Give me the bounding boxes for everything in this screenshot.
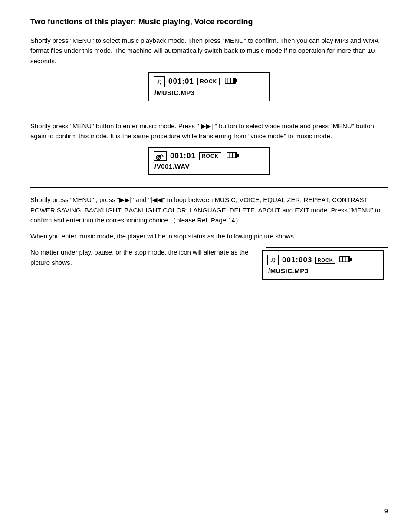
- battery-icon-2: [227, 152, 239, 161]
- svg-rect-16: [345, 257, 348, 262]
- display-3: ♫ 001:003 ROCK /MUSIC.MP3: [262, 250, 384, 280]
- display-1-eq: ROCK: [197, 78, 220, 85]
- bottom-text: No matter under play, pause, or the stop…: [30, 247, 253, 268]
- bottom-flex: No matter under play, pause, or the stop…: [30, 247, 388, 280]
- page-number: 9: [384, 507, 388, 515]
- voice-icon-2: [154, 151, 167, 161]
- svg-rect-1: [236, 79, 237, 82]
- title-divider: [30, 29, 388, 29]
- svg-rect-14: [340, 257, 342, 262]
- section-3-text1: Shortly press "MENU" , press "▶▶|" and "…: [30, 195, 388, 225]
- section-3-text2: When you enter music mode, the player wi…: [30, 231, 388, 241]
- display-2-eq: ROCK: [199, 152, 221, 160]
- display-2: 001:01 ROCK /V001.WAV: [148, 147, 270, 175]
- section-divider-2: [30, 187, 388, 188]
- svg-rect-15: [343, 257, 345, 262]
- svg-rect-2: [226, 78, 228, 83]
- connector-area: ♫ 001:003 ROCK /MUSIC.MP3: [262, 247, 388, 280]
- section-3: Shortly press "MENU" , press "▶▶|" and "…: [30, 195, 388, 280]
- section-divider-1: [30, 114, 388, 114]
- display-2-filename: /V001.WAV: [154, 163, 263, 170]
- battery-icon-3: [339, 256, 352, 264]
- svg-rect-3: [228, 78, 230, 83]
- section-1-text: Shortly press "MENU" to select music pla…: [30, 36, 388, 66]
- display-1-row1: ♫ 001:01 ROCK: [154, 76, 263, 87]
- svg-rect-13: [350, 258, 352, 261]
- display-1-filename: /MUSIC.MP3: [154, 89, 263, 96]
- display-1: ♫ 001:01 ROCK /MUSIC.MP3: [148, 72, 270, 101]
- display-1-wrapper: ♫ 001:01 ROCK /MUSIC.MP3: [30, 72, 388, 101]
- svg-rect-9: [227, 153, 230, 157]
- display-2-row1: 001:01 ROCK: [154, 151, 263, 161]
- svg-rect-4: [231, 78, 233, 83]
- battery-icon-1: [225, 77, 237, 86]
- bottom-text-col: No matter under play, pause, or the stop…: [30, 247, 253, 268]
- section-2-text: Shortly press "MENU" button to enter mus…: [30, 121, 388, 141]
- display-2-wrapper: 001:01 ROCK /V001.WAV: [30, 147, 388, 175]
- display-2-time: 001:01: [170, 152, 196, 160]
- connector-line: [266, 247, 388, 248]
- display-3-eq: ROCK: [315, 257, 335, 264]
- section-2: Shortly press "MENU" button to enter mus…: [30, 121, 388, 176]
- music-icon-3: ♫: [267, 255, 279, 265]
- display-3-filename: /MUSIC.MP3: [267, 267, 377, 274]
- music-icon-1: ♫: [154, 76, 165, 87]
- svg-rect-8: [237, 154, 239, 157]
- display-3-row1: ♫ 001:003 ROCK: [267, 255, 377, 265]
- svg-rect-11: [233, 153, 235, 157]
- display-3-time: 001:003: [282, 256, 312, 264]
- page-title: Two functions of this player: Music play…: [30, 17, 388, 26]
- section-1: Shortly press "MENU" to select music pla…: [30, 36, 388, 101]
- display-1-time: 001:01: [168, 77, 194, 86]
- svg-rect-10: [230, 153, 232, 157]
